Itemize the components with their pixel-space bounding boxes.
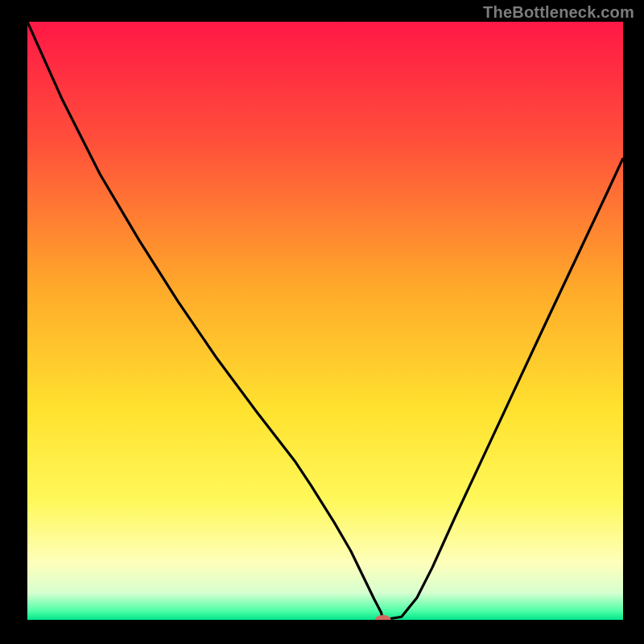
bottleneck-chart	[0, 0, 644, 644]
watermark-text: TheBottleneck.com	[483, 3, 634, 22]
plot-background	[27, 22, 623, 620]
optimal-marker	[375, 615, 391, 625]
chart-frame: { "watermark": "TheBottleneck.com", "cha…	[0, 0, 644, 644]
